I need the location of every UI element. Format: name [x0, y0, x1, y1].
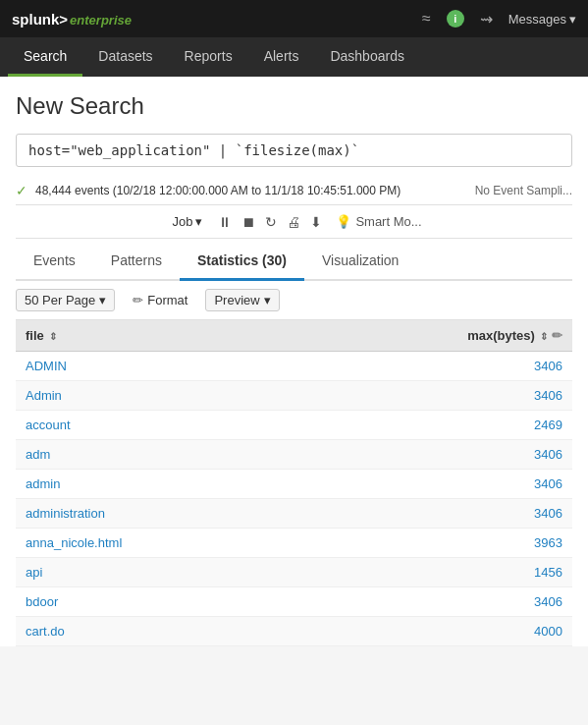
- messages-arrow-icon: ▾: [569, 12, 576, 27]
- results-table: file ⇕ max(bytes) ⇕ ✏ ADMIN3406Admin3406…: [16, 320, 572, 646]
- table-row: anna_nicole.html3963: [16, 529, 572, 558]
- smart-mode-label: Smart Mo...: [355, 214, 421, 229]
- cell-maxbytes: 3406: [295, 381, 572, 411]
- col-maxbytes-header[interactable]: max(bytes) ⇕ ✏: [295, 320, 572, 352]
- preview-label: Preview: [214, 293, 259, 307]
- job-label: Job: [172, 214, 192, 229]
- main-page: New Search host="web_application" | `fil…: [0, 77, 588, 646]
- maxbytes-edit-icon[interactable]: ✏: [552, 328, 562, 343]
- logo: splunksplunk>>enterprise: [12, 11, 132, 28]
- format-button[interactable]: ✏ Format: [125, 290, 195, 310]
- tabs-bar: Events Patterns Statistics (30) Visualiz…: [16, 243, 572, 281]
- format-pencil-icon: ✏: [133, 293, 143, 307]
- print-icon[interactable]: 🖨: [287, 214, 300, 230]
- nav-item-search[interactable]: Search: [8, 37, 82, 77]
- table-row: bdoor3406: [16, 587, 572, 617]
- status-check-icon: ✓: [16, 183, 27, 198]
- cell-file[interactable]: administration: [16, 499, 295, 529]
- table-row: api1456: [16, 558, 572, 587]
- smart-mode[interactable]: 💡 Smart Mo...: [336, 214, 421, 229]
- table-body: ADMIN3406Admin3406account2469adm3406admi…: [16, 352, 572, 646]
- file-sort-icon: ⇕: [49, 331, 57, 342]
- cell-maxbytes: 3406: [295, 352, 572, 381]
- cell-maxbytes: 1456: [295, 558, 572, 587]
- cell-file[interactable]: cart.do: [16, 617, 295, 646]
- info-icon[interactable]: i: [447, 10, 464, 28]
- cell-file[interactable]: api: [16, 558, 295, 587]
- preview-button[interactable]: Preview ▾: [205, 289, 279, 311]
- navbar: Search Datasets Reports Alerts Dashboard…: [0, 37, 588, 77]
- enterprise-label: enterprise: [70, 13, 132, 28]
- no-sampling-text: No Event Sampli...: [475, 184, 572, 197]
- per-page-button[interactable]: 50 Per Page ▾: [16, 289, 115, 311]
- page-title: New Search: [16, 92, 572, 120]
- cell-maxbytes: 3406: [295, 470, 572, 499]
- status-text: 48,444 events (10/2/18 12:00:00.000 AM t…: [35, 184, 467, 197]
- job-arrow-icon: ▾: [195, 214, 202, 229]
- format-label: Format: [147, 293, 187, 307]
- cell-maxbytes: 3406: [295, 587, 572, 617]
- tab-visualization[interactable]: Visualization: [304, 243, 416, 281]
- per-page-arrow-icon: ▾: [99, 293, 106, 307]
- tab-events[interactable]: Events: [16, 243, 93, 281]
- nav-item-alerts[interactable]: Alerts: [248, 37, 315, 77]
- cell-file[interactable]: ADMIN: [16, 352, 295, 381]
- cell-maxbytes: 3406: [295, 440, 572, 470]
- table-row: cart.do4000: [16, 617, 572, 646]
- cell-file[interactable]: bdoor: [16, 587, 295, 617]
- messages-label: Messages: [508, 12, 566, 27]
- table-row: Admin3406: [16, 381, 572, 411]
- table-header-row: file ⇕ max(bytes) ⇕ ✏: [16, 320, 572, 352]
- cell-maxbytes: 3963: [295, 529, 572, 558]
- cell-maxbytes: 4000: [295, 617, 572, 646]
- table-row: administration3406: [16, 499, 572, 529]
- cell-file[interactable]: anna_nicole.html: [16, 529, 295, 558]
- cell-file[interactable]: account: [16, 411, 295, 440]
- status-bar: ✓ 48,444 events (10/2/18 12:00:00.000 AM…: [16, 177, 572, 205]
- table-row: ADMIN3406: [16, 352, 572, 381]
- messages-menu[interactable]: Messages ▾: [508, 12, 576, 27]
- splunk-logo-text: splunksplunk>>enterprise: [12, 11, 132, 28]
- nav-item-datasets[interactable]: Datasets: [82, 37, 168, 77]
- preview-arrow-icon: ▾: [264, 293, 271, 307]
- nav-item-dashboards[interactable]: Dashboards: [314, 37, 420, 77]
- table-row: adm3406: [16, 440, 572, 470]
- table-row: admin3406: [16, 470, 572, 499]
- download-icon[interactable]: ⬇: [310, 214, 322, 230]
- maxbytes-sort-icon: ⇕: [540, 331, 548, 342]
- refresh-icon[interactable]: ↻: [265, 214, 277, 230]
- bookmark-icon[interactable]: ⇝: [476, 6, 497, 32]
- stop-icon[interactable]: ⏹: [241, 214, 255, 230]
- tab-patterns[interactable]: Patterns: [93, 243, 180, 281]
- activity-icon[interactable]: ≈: [418, 6, 435, 31]
- cell-maxbytes: 2469: [295, 411, 572, 440]
- table-row: account2469: [16, 411, 572, 440]
- cell-maxbytes: 3406: [295, 499, 572, 529]
- col-file-header[interactable]: file ⇕: [16, 320, 295, 352]
- smart-mode-icon: 💡: [336, 214, 351, 229]
- topbar: splunksplunk>>enterprise ≈ i ⇝ Messages …: [0, 0, 588, 37]
- search-bar[interactable]: host="web_application" | `filesize(max)`: [16, 134, 572, 167]
- pause-icon[interactable]: ⏸: [218, 214, 232, 230]
- per-page-label: 50 Per Page: [25, 293, 95, 307]
- results-table-container: file ⇕ max(bytes) ⇕ ✏ ADMIN3406Admin3406…: [16, 320, 572, 646]
- results-toolbar: 50 Per Page ▾ ✏ Format Preview ▾: [16, 281, 572, 320]
- tab-statistics[interactable]: Statistics (30): [180, 243, 304, 281]
- job-bar: Job ▾ ⏸ ⏹ ↻ 🖨 ⬇ 💡 Smart Mo...: [16, 205, 572, 239]
- job-button[interactable]: Job ▾: [166, 211, 208, 232]
- cell-file[interactable]: adm: [16, 440, 295, 470]
- cell-file[interactable]: Admin: [16, 381, 295, 411]
- cell-file[interactable]: admin: [16, 470, 295, 499]
- nav-item-reports[interactable]: Reports: [169, 37, 248, 77]
